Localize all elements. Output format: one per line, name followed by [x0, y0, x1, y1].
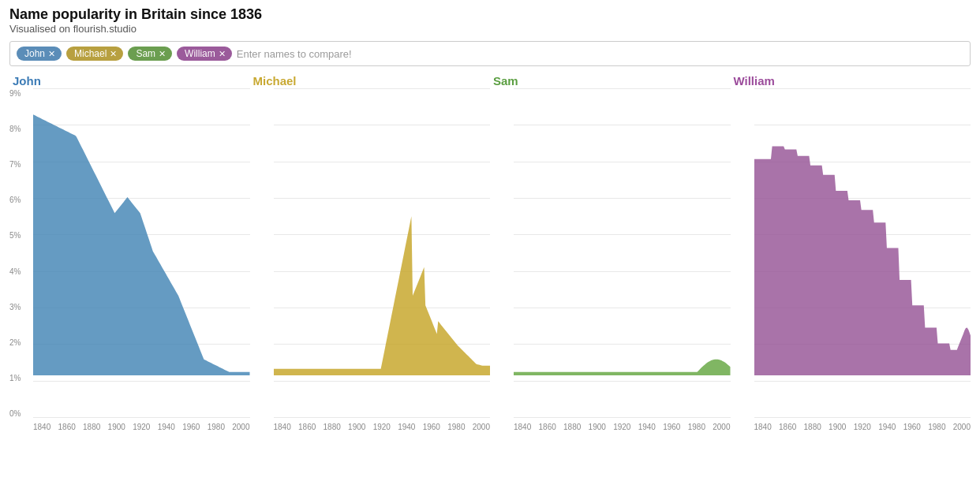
x-label-1900: 1900: [108, 423, 125, 431]
x-label-1880: 1880: [804, 423, 821, 431]
x-label-1960: 1960: [663, 423, 680, 431]
grid-line-1: [754, 381, 971, 382]
x-label-1840: 1840: [274, 423, 291, 431]
chart-label-john: John: [9, 71, 250, 88]
page-title: Name popularity in Britain since 1836: [9, 6, 971, 23]
x-label-2000: 2000: [713, 423, 730, 431]
chart-panel-sam: Sam184018601880190019201940196019802000: [490, 71, 731, 442]
chart-panel-michael: Michael184018601880190019201940196019802…: [250, 71, 491, 442]
x-label-1840: 1840: [33, 423, 50, 431]
x-label-1920: 1920: [613, 423, 630, 431]
x-label-1840: 1840: [754, 423, 772, 431]
chart-path-william: [754, 147, 971, 375]
x-label-1860: 1860: [58, 423, 76, 431]
tag-close-icon[interactable]: ✕: [219, 50, 226, 58]
y-label-5: 5%: [9, 231, 21, 240]
x-label-1980: 1980: [208, 423, 225, 431]
grid-line-0: [754, 417, 971, 418]
x-label-1940: 1940: [878, 423, 896, 431]
y-label-7: 7%: [9, 160, 21, 169]
x-label-2000: 2000: [232, 423, 249, 431]
y-label-6: 6%: [9, 196, 21, 204]
tag-john[interactable]: John ✕: [17, 47, 62, 61]
x-label-1980: 1980: [688, 423, 705, 431]
y-label-0: 0%: [9, 409, 21, 418]
tag-michael[interactable]: Michael ✕: [66, 47, 123, 61]
x-label-1920: 1920: [373, 423, 391, 431]
grid-line-0: [274, 417, 491, 418]
x-label-1880: 1880: [563, 423, 581, 431]
chart-panel-john: John0%1%2%3%4%5%6%7%8%9%1840186018801900…: [9, 71, 250, 442]
x-label-1880: 1880: [324, 423, 341, 431]
x-axis-labels-michael: 184018601880190019201940196019802000: [274, 419, 491, 442]
tag-close-icon[interactable]: ✕: [48, 50, 55, 58]
chart-area-william: 184018601880190019201940196019802000: [731, 89, 971, 442]
chart-label-sam: Sam: [490, 71, 731, 88]
x-label-1920: 1920: [133, 423, 150, 431]
search-bar[interactable]: John ✕Michael ✕Sam ✕William ✕Enter names…: [9, 41, 971, 66]
tag-william[interactable]: William ✕: [177, 47, 232, 61]
grid-line-0: [514, 417, 731, 418]
x-label-1940: 1940: [398, 423, 415, 431]
x-label-1960: 1960: [903, 423, 921, 431]
x-axis-labels-william: 184018601880190019201940196019802000: [754, 419, 971, 442]
chart-label-michael: Michael: [250, 71, 491, 88]
x-label-1980: 1980: [447, 423, 465, 431]
y-axis-labels: 0%1%2%3%4%5%6%7%8%9%: [9, 89, 21, 418]
tag-sam[interactable]: Sam ✕: [128, 47, 172, 61]
chart-svg-sam: [514, 89, 731, 375]
chart-path-john: [33, 114, 250, 375]
chart-path-michael: [274, 216, 491, 375]
x-label-1860: 1860: [539, 423, 556, 431]
tag-close-icon[interactable]: ✕: [159, 50, 166, 58]
chart-svg-michael: [274, 89, 491, 375]
y-label-9: 9%: [9, 89, 21, 98]
grid-line-1: [514, 381, 731, 382]
x-label-2000: 2000: [473, 423, 490, 431]
y-label-8: 8%: [9, 125, 21, 133]
x-label-1940: 1940: [158, 423, 175, 431]
grid-line-0: [33, 417, 250, 418]
page-header: Name popularity in Britain since 1836 Vi…: [0, 0, 980, 36]
x-label-1840: 1840: [514, 423, 531, 431]
x-label-1900: 1900: [348, 423, 365, 431]
y-label-2: 2%: [9, 338, 21, 347]
grid-line-1: [274, 381, 491, 382]
x-label-1900: 1900: [589, 423, 606, 431]
chart-svg-william: [754, 89, 971, 375]
x-label-1860: 1860: [779, 423, 796, 431]
tag-close-icon[interactable]: ✕: [110, 50, 117, 58]
y-label-4: 4%: [9, 267, 21, 276]
chart-path-sam: [514, 360, 731, 375]
chart-area-sam: 184018601880190019201940196019802000: [490, 89, 731, 442]
x-label-1980: 1980: [928, 423, 945, 431]
x-axis-labels-john: 184018601880190019201940196019802000: [33, 419, 250, 442]
chart-area-john: 0%1%2%3%4%5%6%7%8%9%18401860188019001920…: [9, 89, 250, 442]
chart-area-michael: 184018601880190019201940196019802000: [250, 89, 491, 442]
x-label-2000: 2000: [953, 423, 971, 431]
x-label-1920: 1920: [854, 423, 871, 431]
chart-label-william: William: [731, 71, 971, 88]
x-label-1940: 1940: [638, 423, 656, 431]
chart-svg-john: [33, 89, 250, 375]
page-subtitle: Visualised on flourish.studio: [9, 23, 971, 35]
x-label-1960: 1960: [423, 423, 440, 431]
search-placeholder: Enter names to compare!: [237, 48, 352, 60]
grid-line-1: [33, 381, 250, 382]
x-label-1900: 1900: [829, 423, 846, 431]
y-label-1: 1%: [9, 374, 21, 382]
x-axis-labels-sam: 184018601880190019201940196019802000: [514, 419, 731, 442]
y-label-3: 3%: [9, 303, 21, 311]
x-label-1880: 1880: [83, 423, 100, 431]
chart-panel-william: William184018601880190019201940196019802…: [731, 71, 971, 442]
x-label-1960: 1960: [182, 423, 200, 431]
x-label-1860: 1860: [298, 423, 316, 431]
charts-container: John0%1%2%3%4%5%6%7%8%9%1840186018801900…: [0, 71, 980, 442]
